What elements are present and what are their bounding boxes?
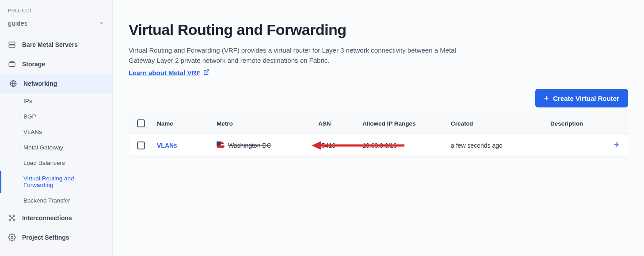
sidebar-item-project-settings[interactable]: Project Settings xyxy=(0,228,112,247)
project-name: guides xyxy=(8,19,27,27)
networking-subnav: IPs BGP VLANs Metal Gateway Load Balance… xyxy=(0,93,112,208)
svg-line-17 xyxy=(206,70,208,73)
project-selector[interactable]: guides xyxy=(0,17,112,35)
chevron-down-icon xyxy=(99,19,104,27)
col-header-created: Created xyxy=(451,120,550,127)
row-asn: 65413 xyxy=(318,142,362,149)
select-all-checkbox[interactable] xyxy=(137,119,145,127)
svg-point-11 xyxy=(14,220,15,221)
col-header-metro: Metro xyxy=(217,120,318,127)
plus-icon: + xyxy=(544,94,549,102)
sidebar-item-label: Networking xyxy=(23,80,57,87)
interconnections-icon xyxy=(8,214,16,222)
sidebar-subitem-bgp[interactable]: BGP xyxy=(0,109,112,124)
sidebar-item-label: Interconnections xyxy=(22,214,72,222)
svg-line-12 xyxy=(10,216,11,217)
toolbar: + Create Virtual Router xyxy=(129,89,628,107)
external-link-icon xyxy=(203,69,210,76)
arrow-right-icon[interactable] xyxy=(613,142,620,149)
create-button-label: Create Virtual Router xyxy=(553,95,619,102)
svg-rect-1 xyxy=(9,45,15,47)
svg-point-10 xyxy=(9,220,10,221)
svg-rect-0 xyxy=(9,42,15,44)
globe-icon xyxy=(9,80,17,88)
svg-line-14 xyxy=(10,219,11,220)
sidebar-item-label: Storage xyxy=(22,61,45,68)
page-description: Virtual Routing and Forwarding (VRF) pro… xyxy=(129,46,465,65)
svg-rect-4 xyxy=(9,62,15,66)
sidebar-item-label: Bare Metal Servers xyxy=(22,41,78,48)
vrf-table: Name Metro ASN Allowed IP Ranges Created… xyxy=(129,113,628,157)
sidebar-subitem-vlans[interactable]: VLANs xyxy=(0,124,112,140)
learn-more-link[interactable]: Learn about Metal VRF xyxy=(129,69,210,76)
table-header-row: Name Metro ASN Allowed IP Ranges Created… xyxy=(129,113,628,134)
svg-point-9 xyxy=(14,215,15,216)
col-header-asn: ASN xyxy=(318,120,362,127)
col-header-description: Description xyxy=(550,120,602,127)
sidebar-subitem-backend-transfer[interactable]: Backend Transfer xyxy=(0,193,112,208)
learn-link-label: Learn about Metal VRF xyxy=(129,69,201,76)
svg-point-16 xyxy=(11,237,13,239)
table-row[interactable]: VLANs Washington DC 65413 10.60.0.0/16 a… xyxy=(129,134,628,157)
main-content: Virtual Routing and Forwarding Virtual R… xyxy=(113,0,644,256)
sidebar-item-bare-metal-servers[interactable]: Bare Metal Servers xyxy=(0,35,112,54)
sidebar-subitem-metal-gateway[interactable]: Metal Gateway xyxy=(0,140,112,155)
project-section-label: PROJECT xyxy=(0,8,112,17)
col-header-name: Name xyxy=(157,120,217,127)
svg-line-13 xyxy=(13,216,14,217)
sidebar: PROJECT guides Bare Metal Servers Storag… xyxy=(0,0,113,256)
row-checkbox[interactable] xyxy=(137,141,145,149)
sidebar-item-storage[interactable]: Storage xyxy=(0,54,112,74)
row-created: a few seconds ago xyxy=(451,142,550,149)
create-virtual-router-button[interactable]: + Create Virtual Router xyxy=(535,89,628,107)
us-flag-icon xyxy=(217,141,225,149)
row-allowed-ip: 10.60.0.0/16 xyxy=(362,142,451,149)
server-icon xyxy=(8,41,16,49)
page-title: Virtual Routing and Forwarding xyxy=(129,21,628,38)
sidebar-subitem-ips[interactable]: IPs xyxy=(0,93,112,109)
sidebar-item-label: Project Settings xyxy=(22,234,69,241)
sidebar-item-networking[interactable]: Networking xyxy=(0,74,112,93)
sidebar-subitem-load-balancers[interactable]: Load Balancers xyxy=(0,155,112,171)
gear-icon xyxy=(8,233,16,241)
col-header-allowed: Allowed IP Ranges xyxy=(362,120,451,127)
row-name-link[interactable]: VLANs xyxy=(157,142,177,149)
svg-point-8 xyxy=(9,215,10,216)
svg-line-15 xyxy=(13,219,14,220)
sidebar-subitem-vrf[interactable]: Virtual Routing and Forwarding xyxy=(0,171,112,193)
storage-icon xyxy=(8,60,16,68)
row-metro: Washington DC xyxy=(228,142,271,149)
sidebar-item-interconnections[interactable]: Interconnections xyxy=(0,208,112,228)
